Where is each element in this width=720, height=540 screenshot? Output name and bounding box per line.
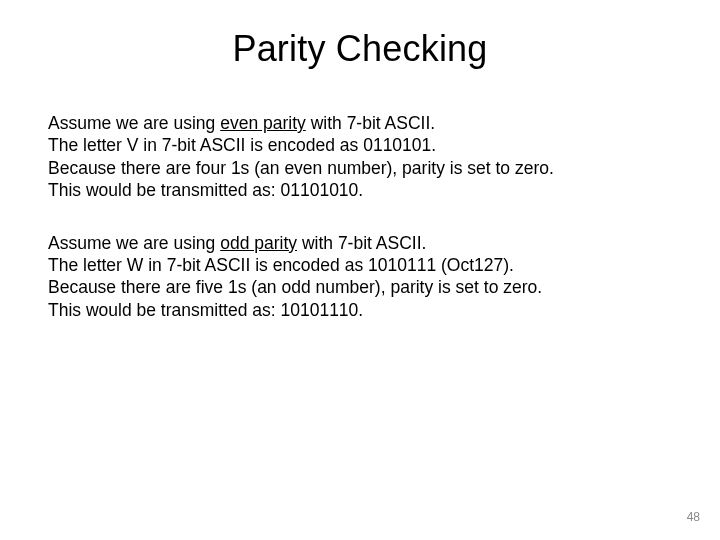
line: Assume we are using even parity with 7-b… xyxy=(48,112,672,134)
text: with 7-bit ASCII. xyxy=(297,233,426,253)
line: The letter W in 7-bit ASCII is encoded a… xyxy=(48,254,672,276)
slide: Parity Checking Assume we are using even… xyxy=(0,0,720,540)
line: This would be transmitted as: 10101110. xyxy=(48,299,672,321)
paragraph-odd-parity: Assume we are using odd parity with 7-bi… xyxy=(48,232,672,322)
text: Assume we are using xyxy=(48,113,220,133)
underlined-text: even parity xyxy=(220,113,306,133)
line: Assume we are using odd parity with 7-bi… xyxy=(48,232,672,254)
page-number: 48 xyxy=(687,510,700,524)
line: The letter V in 7-bit ASCII is encoded a… xyxy=(48,134,672,156)
line: This would be transmitted as: 01101010. xyxy=(48,179,672,201)
text: Assume we are using xyxy=(48,233,220,253)
text: with 7-bit ASCII. xyxy=(306,113,435,133)
line: Because there are five 1s (an odd number… xyxy=(48,276,672,298)
paragraph-even-parity: Assume we are using even parity with 7-b… xyxy=(48,112,672,202)
slide-title: Parity Checking xyxy=(48,28,672,70)
underlined-text: odd parity xyxy=(220,233,297,253)
line: Because there are four 1s (an even numbe… xyxy=(48,157,672,179)
